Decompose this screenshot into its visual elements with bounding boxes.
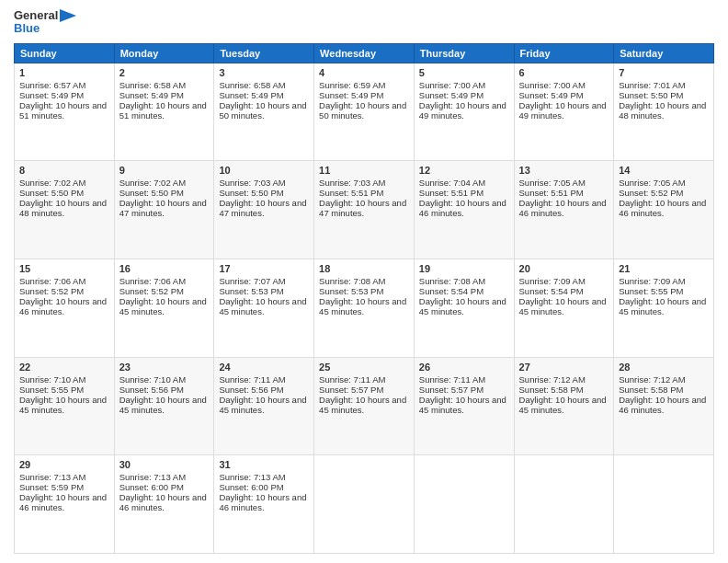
day-number: 24 xyxy=(219,362,309,373)
sunrise-text: Sunrise: 7:01 AM xyxy=(619,80,685,90)
calendar-header-wednesday: Wednesday xyxy=(314,43,415,63)
sunrise-text: Sunrise: 7:09 AM xyxy=(519,276,586,286)
calendar-cell: 12Sunrise: 7:04 AMSunset: 5:51 PMDayligh… xyxy=(414,161,514,259)
calendar-cell xyxy=(414,455,514,554)
day-number: 20 xyxy=(519,263,609,274)
calendar-cell: 11Sunrise: 7:03 AMSunset: 5:51 PMDayligh… xyxy=(314,161,415,259)
calendar-cell: 22Sunrise: 7:10 AMSunset: 5:55 PMDayligh… xyxy=(15,357,115,455)
logo: General Blue xyxy=(14,9,76,36)
calendar-cell: 5Sunrise: 7:00 AMSunset: 5:49 PMDaylight… xyxy=(414,63,514,161)
page: General Blue SundayMondayTuesdayWednesda… xyxy=(0,0,728,563)
calendar-cell: 28Sunrise: 7:12 AMSunset: 5:58 PMDayligh… xyxy=(614,357,714,455)
svg-marker-0 xyxy=(60,9,76,22)
sunset-text: Sunset: 5:51 PM xyxy=(519,188,584,198)
calendar-cell: 3Sunrise: 6:58 AMSunset: 5:49 PMDaylight… xyxy=(214,63,314,161)
day-number: 15 xyxy=(19,263,109,274)
daylight-text: Daylight: 10 hours and 46 minutes. xyxy=(519,198,607,218)
sunrise-text: Sunrise: 7:03 AM xyxy=(319,178,385,188)
sunrise-text: Sunrise: 7:10 AM xyxy=(19,374,85,385)
sunset-text: Sunset: 5:52 PM xyxy=(119,286,184,296)
sunset-text: Sunset: 5:54 PM xyxy=(419,286,483,296)
sunrise-text: Sunrise: 6:57 AM xyxy=(19,80,85,90)
daylight-text: Daylight: 10 hours and 46 minutes. xyxy=(619,395,706,415)
sunset-text: Sunset: 5:50 PM xyxy=(119,188,184,198)
day-number: 17 xyxy=(219,263,309,274)
sunrise-text: Sunrise: 7:00 AM xyxy=(519,80,586,90)
day-number: 19 xyxy=(419,263,509,274)
sunrise-text: Sunrise: 7:02 AM xyxy=(19,178,85,188)
sunrise-text: Sunrise: 7:03 AM xyxy=(219,178,285,188)
calendar-cell: 10Sunrise: 7:03 AMSunset: 5:50 PMDayligh… xyxy=(214,161,314,259)
calendar-week-2: 8Sunrise: 7:02 AMSunset: 5:50 PMDaylight… xyxy=(15,161,714,259)
sunrise-text: Sunrise: 7:13 AM xyxy=(219,472,285,482)
day-number: 28 xyxy=(619,362,709,373)
daylight-text: Daylight: 10 hours and 49 minutes. xyxy=(519,100,607,121)
calendar-cell: 29Sunrise: 7:13 AMSunset: 5:59 PMDayligh… xyxy=(15,455,115,554)
calendar-table: SundayMondayTuesdayWednesdayThursdayFrid… xyxy=(14,43,714,554)
daylight-text: Daylight: 10 hours and 47 minutes. xyxy=(219,198,306,218)
sunset-text: Sunset: 5:50 PM xyxy=(219,188,283,198)
sunset-text: Sunset: 5:59 PM xyxy=(19,482,84,492)
calendar-header-monday: Monday xyxy=(114,43,214,63)
sunset-text: Sunset: 5:50 PM xyxy=(19,188,84,198)
day-number: 14 xyxy=(619,165,709,176)
sunset-text: Sunset: 5:56 PM xyxy=(219,385,283,395)
day-number: 22 xyxy=(19,362,109,373)
calendar-cell: 19Sunrise: 7:08 AMSunset: 5:54 PMDayligh… xyxy=(414,259,514,357)
calendar-cell xyxy=(314,455,415,554)
daylight-text: Daylight: 10 hours and 45 minutes. xyxy=(419,395,506,415)
day-number: 3 xyxy=(219,67,309,78)
daylight-text: Daylight: 10 hours and 51 minutes. xyxy=(19,100,107,121)
sunset-text: Sunset: 5:49 PM xyxy=(219,90,283,100)
calendar-header-friday: Friday xyxy=(514,43,614,63)
day-number: 1 xyxy=(19,67,109,78)
day-number: 13 xyxy=(519,165,609,176)
sunset-text: Sunset: 5:57 PM xyxy=(419,385,483,395)
sunset-text: Sunset: 5:53 PM xyxy=(219,286,283,296)
sunset-text: Sunset: 5:57 PM xyxy=(319,385,383,395)
daylight-text: Daylight: 10 hours and 45 minutes. xyxy=(619,296,706,316)
calendar-cell: 18Sunrise: 7:08 AMSunset: 5:53 PMDayligh… xyxy=(314,259,415,357)
daylight-text: Daylight: 10 hours and 46 minutes. xyxy=(119,492,207,512)
sunrise-text: Sunrise: 7:08 AM xyxy=(319,276,385,286)
sunset-text: Sunset: 5:49 PM xyxy=(319,90,383,100)
calendar-cell: 8Sunrise: 7:02 AMSunset: 5:50 PMDaylight… xyxy=(15,161,115,259)
sunset-text: Sunset: 5:49 PM xyxy=(419,90,483,100)
sunset-text: Sunset: 5:49 PM xyxy=(19,90,84,100)
daylight-text: Daylight: 10 hours and 47 minutes. xyxy=(319,198,406,218)
daylight-text: Daylight: 10 hours and 45 minutes. xyxy=(219,395,306,415)
daylight-text: Daylight: 10 hours and 45 minutes. xyxy=(519,395,607,415)
sunrise-text: Sunrise: 7:11 AM xyxy=(419,374,485,385)
daylight-text: Daylight: 10 hours and 46 minutes. xyxy=(419,198,506,218)
daylight-text: Daylight: 10 hours and 46 minutes. xyxy=(19,296,107,316)
daylight-text: Daylight: 10 hours and 45 minutes. xyxy=(119,395,207,415)
calendar-cell: 20Sunrise: 7:09 AMSunset: 5:54 PMDayligh… xyxy=(514,259,614,357)
sunset-text: Sunset: 5:49 PM xyxy=(119,90,184,100)
daylight-text: Daylight: 10 hours and 45 minutes. xyxy=(19,395,107,415)
sunrise-text: Sunrise: 7:00 AM xyxy=(419,80,485,90)
sunset-text: Sunset: 5:53 PM xyxy=(319,286,383,296)
sunset-text: Sunset: 5:58 PM xyxy=(519,385,584,395)
day-number: 6 xyxy=(519,67,609,78)
sunset-text: Sunset: 5:58 PM xyxy=(619,385,683,395)
logo-container: General Blue xyxy=(14,9,76,36)
sunrise-text: Sunrise: 7:04 AM xyxy=(419,178,485,188)
calendar-week-5: 29Sunrise: 7:13 AMSunset: 5:59 PMDayligh… xyxy=(15,455,714,554)
calendar-cell: 1Sunrise: 6:57 AMSunset: 5:49 PMDaylight… xyxy=(15,63,115,161)
daylight-text: Daylight: 10 hours and 46 minutes. xyxy=(19,492,107,512)
day-number: 31 xyxy=(219,459,309,470)
day-number: 21 xyxy=(619,263,709,274)
day-number: 12 xyxy=(419,165,509,176)
sunrise-text: Sunrise: 7:05 AM xyxy=(619,178,685,188)
logo-general: General xyxy=(14,9,58,22)
calendar-week-4: 22Sunrise: 7:10 AMSunset: 5:55 PMDayligh… xyxy=(15,357,714,455)
sunrise-text: Sunrise: 7:08 AM xyxy=(419,276,485,286)
day-number: 8 xyxy=(19,165,109,176)
daylight-text: Daylight: 10 hours and 45 minutes. xyxy=(419,296,506,316)
sunrise-text: Sunrise: 7:13 AM xyxy=(19,472,85,482)
sunrise-text: Sunrise: 7:02 AM xyxy=(119,178,186,188)
calendar-cell: 17Sunrise: 7:07 AMSunset: 5:53 PMDayligh… xyxy=(214,259,314,357)
day-number: 4 xyxy=(319,67,409,78)
calendar-header-tuesday: Tuesday xyxy=(214,43,314,63)
calendar-cell: 24Sunrise: 7:11 AMSunset: 5:56 PMDayligh… xyxy=(214,357,314,455)
